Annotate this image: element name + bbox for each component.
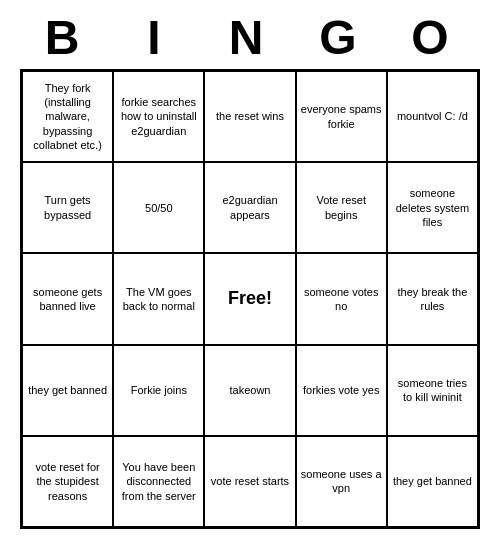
bingo-cell-21: You have been disconnected from the serv… <box>113 436 204 527</box>
bingo-cell-6: 50/50 <box>113 162 204 253</box>
bingo-letter-I: I <box>116 10 200 65</box>
bingo-letter-G: G <box>300 10 384 65</box>
bingo-cell-19: someone tries to kill wininit <box>387 345 478 436</box>
bingo-cell-10: someone gets banned live <box>22 253 113 344</box>
bingo-cell-0: They fork (installing malware, bypassing… <box>22 71 113 162</box>
bingo-cell-20: vote reset for the stupidest reasons <box>22 436 113 527</box>
bingo-cell-23: someone uses a vpn <box>296 436 387 527</box>
bingo-cell-22: vote reset starts <box>204 436 295 527</box>
bingo-cell-13: someone votes no <box>296 253 387 344</box>
bingo-cell-9: someone deletes system files <box>387 162 478 253</box>
bingo-cell-4: mountvol C: /d <box>387 71 478 162</box>
bingo-letter-O: O <box>392 10 476 65</box>
bingo-cell-15: they get banned <box>22 345 113 436</box>
bingo-cell-3: everyone spams forkie <box>296 71 387 162</box>
bingo-title: BINGO <box>20 10 480 65</box>
bingo-cell-16: Forkie joins <box>113 345 204 436</box>
bingo-cell-8: Vote reset begins <box>296 162 387 253</box>
bingo-letter-B: B <box>24 10 108 65</box>
bingo-cell-1: forkie searches how to uninstall e2guard… <box>113 71 204 162</box>
bingo-cell-17: takeown <box>204 345 295 436</box>
bingo-grid: They fork (installing malware, bypassing… <box>20 69 480 529</box>
bingo-cell-14: they break the rules <box>387 253 478 344</box>
bingo-cell-24: they get banned <box>387 436 478 527</box>
bingo-cell-11: The VM goes back to normal <box>113 253 204 344</box>
bingo-letter-N: N <box>208 10 292 65</box>
bingo-cell-2: the reset wins <box>204 71 295 162</box>
bingo-cell-12: Free! <box>204 253 295 344</box>
bingo-cell-18: forkies vote yes <box>296 345 387 436</box>
bingo-cell-5: Turn gets bypassed <box>22 162 113 253</box>
bingo-cell-7: e2guardian appears <box>204 162 295 253</box>
